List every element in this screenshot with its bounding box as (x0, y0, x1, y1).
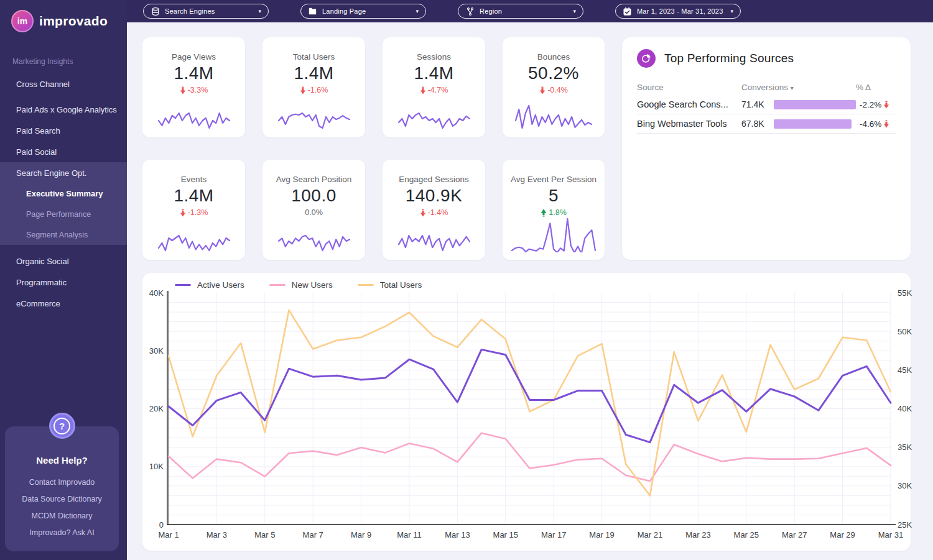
svg-text:0: 0 (159, 520, 164, 530)
svg-text:Mar 11: Mar 11 (397, 530, 422, 539)
help-card: ? Need Help? Contact ImprovadoData Sourc… (5, 426, 119, 551)
kpi-sparkline (397, 111, 471, 130)
svg-text:Mar 17: Mar 17 (541, 530, 566, 539)
kpi-sparkline (277, 234, 351, 252)
svg-text:25K: 25K (898, 520, 912, 530)
sidebar-item-organic-social[interactable]: Organic Social (0, 250, 127, 272)
kpi-value: 1.4M (174, 186, 213, 206)
kpi-title: Bounces (537, 52, 570, 62)
source-delta: -4.6% (856, 119, 896, 129)
legend-item-total-users[interactable]: Total Users (358, 280, 422, 290)
kpi-delta-value: -1.6% (308, 86, 328, 94)
kpi-sparkline (397, 234, 471, 252)
trend-down-icon (180, 209, 186, 217)
help-link-improvado-ask-ai[interactable]: Improvado? Ask AI (10, 525, 114, 541)
topbar: Search Engines▾Landing Page▾Region▾Mar 1… (0, 0, 933, 22)
kpi-card-avg-event-per-session: Avg Event Per Session51.8% (503, 160, 605, 260)
kpi-delta: -4.7% (420, 86, 448, 94)
help-link-mcdm-dictionary[interactable]: MCDM Dictionary (10, 508, 114, 525)
sidebar-subitem-segment-analysis[interactable]: Segment Analysis (0, 224, 127, 245)
kpi-card-total-users: Total Users1.4M-1.6% (262, 37, 365, 137)
series-line-active-users (169, 349, 891, 442)
sidebar-item-search-engine-opt-[interactable]: Search Engine Opt. (0, 162, 127, 183)
chart-legend: Active UsersNew UsersTotal Users (175, 280, 422, 290)
kpi-delta: -3.3% (180, 86, 208, 94)
col-header-source: Source (637, 83, 741, 92)
conversions-bar-track (774, 119, 856, 129)
source-row-google-search-cons-: Google Search Cons...71.4K-2.2% (637, 95, 896, 114)
top-performing-sources-panel: Top Performing Sources SourceConversions… (622, 37, 911, 260)
source-conversions-value: 71.4K (741, 99, 774, 109)
svg-text:10K: 10K (149, 462, 164, 471)
question-icon[interactable]: ? (49, 413, 75, 439)
trend-down-icon (420, 209, 426, 217)
calendar-icon (623, 7, 632, 16)
svg-text:Mar 5: Mar 5 (254, 530, 275, 539)
folder-icon (308, 7, 317, 16)
kpi-delta-value: -3.3% (188, 86, 208, 94)
sidebar-item-paid-ads-x-google-analytics[interactable]: Paid Ads x Google Analytics (0, 99, 127, 120)
col-header-conversions[interactable]: Conversions ▾ (741, 83, 856, 92)
kpi-value: 140.9K (406, 186, 463, 206)
legend-item-new-users[interactable]: New Users (269, 280, 333, 290)
database-icon (151, 7, 160, 16)
svg-text:Mar 19: Mar 19 (589, 530, 614, 539)
kpi-delta: -1.3% (180, 208, 208, 217)
kpi-card-sessions: Sessions1.4M-4.7% (383, 37, 485, 137)
conversions-bar (774, 119, 852, 129)
kpi-delta-value: -1.3% (188, 208, 208, 217)
sidebar: im improvado Marketing Insights Cross Ch… (0, 0, 127, 560)
help-link-data-source-dictionary[interactable]: Data Source Dictionary (10, 491, 114, 508)
svg-text:Mar 21: Mar 21 (638, 530, 662, 539)
svg-text:40K: 40K (898, 404, 912, 413)
kpi-sparkline (157, 111, 231, 130)
filter-label: Region (480, 7, 502, 15)
svg-text:Mar 23: Mar 23 (685, 530, 710, 539)
svg-text:50K: 50K (898, 327, 912, 336)
legend-item-active-users[interactable]: Active Users (175, 280, 244, 290)
filter-label: Mar 1, 2023 - Mar 31, 2023 (637, 7, 723, 15)
svg-text:20K: 20K (149, 404, 164, 413)
trend-up-icon (541, 209, 547, 217)
trend-down-icon (300, 86, 306, 94)
sidebar-item-programmatic[interactable]: Programmatic (0, 272, 127, 293)
kpi-delta-value: 0.0% (305, 208, 323, 217)
filter-pill-region[interactable]: Region▾ (458, 4, 583, 19)
kpi-card-engaged-sessions: Engaged Sessions140.9K-1.4% (383, 160, 485, 260)
svg-text:Mar 1: Mar 1 (158, 530, 179, 539)
sidebar-item-ecommerce[interactable]: eCommerce (0, 293, 127, 314)
kpi-delta: -1.4% (420, 208, 448, 217)
kpi-title: Engaged Sessions (399, 175, 469, 184)
legend-label: Active Users (197, 280, 244, 290)
kpi-card-bounces: Bounces50.2%-0.4% (503, 37, 605, 137)
kpi-delta-value: -4.7% (428, 86, 448, 94)
source-delta-value: -4.6% (860, 119, 881, 129)
nav-group-search-engine-opt-: Search Engine Opt.Executive SummaryPage … (0, 162, 127, 245)
sidebar-item-paid-social[interactable]: Paid Social (0, 141, 127, 162)
chevron-down-icon: ▾ (573, 8, 576, 14)
conversions-bar-track (774, 100, 856, 109)
kpi-value: 100.0 (291, 186, 337, 206)
kpi-delta-value: -1.4% (428, 208, 448, 217)
sidebar-item-cross-channel[interactable]: Cross Channel (0, 73, 127, 94)
legend-label: Total Users (380, 280, 422, 290)
help-link-contact-improvado[interactable]: Contact Improvado (10, 474, 114, 491)
sidebar-item-paid-search[interactable]: Paid Search (0, 120, 127, 141)
filter-pill-landing-page[interactable]: Landing Page▾ (300, 4, 426, 19)
svg-text:Mar 3: Mar 3 (207, 530, 227, 539)
filter-pill-date-range[interactable]: Mar 1, 2023 - Mar 31, 2023▾ (615, 4, 741, 19)
kpi-sparkline (514, 104, 593, 130)
sidebar-subitem-page-performance[interactable]: Page Performance (0, 204, 127, 224)
svg-text:Mar 15: Mar 15 (493, 530, 518, 539)
app-logo[interactable]: im improvado (11, 10, 108, 32)
filter-pill-search-engines[interactable]: Search Engines▾ (143, 4, 269, 19)
nav-section-label: Marketing Insights (12, 57, 127, 66)
kpi-card-events: Events1.4M-1.3% (142, 160, 245, 260)
kpi-sparkline (511, 217, 596, 252)
kpi-delta: -1.6% (300, 86, 328, 94)
source-row-bing-webmaster-tools: Bing Webmaster Tools67.8K-4.6% (637, 114, 896, 134)
svg-text:45K: 45K (898, 365, 912, 375)
sidebar-subitem-executive-summary[interactable]: Executive Summary (0, 183, 127, 204)
kpi-delta-value: 1.8% (549, 208, 567, 217)
svg-text:Mar 29: Mar 29 (830, 530, 855, 539)
